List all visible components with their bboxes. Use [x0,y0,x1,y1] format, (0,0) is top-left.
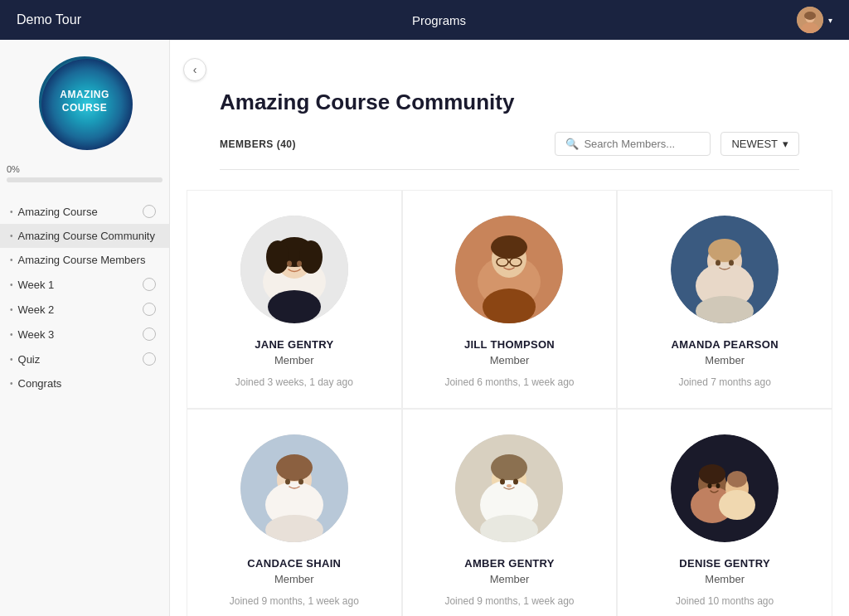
members-count: MEMBERS (40) [220,138,296,150]
search-icon: 🔍 [565,138,579,150]
sidebar-item-week2[interactable]: • Week 2 [0,297,169,322]
member-name: JILL THOMPSON [464,338,555,351]
sidebar-item-label: Quiz [18,353,41,366]
sort-chevron-icon: ▾ [783,138,788,150]
sidebar-item-label: Congrats [18,377,62,390]
nav-programs[interactable]: Programs [412,13,466,27]
user-avatar [797,7,823,33]
bullet-icon: • [10,330,13,339]
member-card[interactable]: DENISE GENTRY Member Joined 10 months ag… [617,409,832,616]
member-role: Member [705,354,745,366]
user-menu[interactable]: ▾ [797,7,832,33]
bullet-icon: • [10,379,13,388]
member-joined: Joined 10 months ago [676,595,774,607]
member-role: Member [490,354,530,366]
member-name: JANE GENTRY [255,338,333,351]
sort-dropdown[interactable]: NEWEST ▾ [720,132,799,156]
search-input[interactable] [584,138,700,150]
svg-point-46 [699,464,725,484]
svg-point-3 [804,12,816,20]
member-role: Member [705,573,745,585]
members-toolbar: MEMBERS (40) 🔍 NEWEST ▾ [220,132,799,170]
sidebar-item-congrats[interactable]: • Congrats [0,371,169,395]
user-menu-chevron: ▾ [828,16,832,25]
member-joined: Joined 6 months, 1 week ago [444,376,574,388]
sidebar-item-amazing-course[interactable]: • Amazing Course [0,199,169,224]
course-logo: AMAZINGCOURSE [39,56,130,148]
member-card[interactable]: JILL THOMPSON Member Joined 6 months, 1 … [402,190,618,409]
member-name: AMANDA PEARSON [671,338,778,351]
sidebar-item-week3[interactable]: • Week 3 [0,322,169,347]
bullet-icon: • [10,207,13,216]
svg-point-34 [285,479,290,485]
main-content: ‹ Amazing Course Community MEMBERS (40) … [170,40,849,616]
svg-point-50 [719,490,755,520]
sidebar-nav: • Amazing Course • Amazing Course Commun… [0,196,169,399]
progress-bar-section: 0% [0,164,169,196]
bullet-icon: • [10,305,13,314]
member-joined: Joined 7 months ago [678,376,770,388]
svg-point-24 [708,239,741,262]
svg-point-13 [268,290,321,323]
sidebar-item-members[interactable]: • Amazing Course Members [0,248,169,272]
member-avatar [455,434,563,542]
main-layout: AMAZINGCOURSE 0% • Amazing Course • Amaz… [0,40,849,616]
svg-point-9 [266,240,289,274]
svg-point-52 [716,483,720,488]
member-card[interactable]: AMANDA PEARSON Member Joined 7 months ag… [617,190,832,409]
member-avatar [671,216,779,323]
member-card[interactable]: AMBER GENTRY Member Joined 9 months, 1 w… [402,409,618,616]
completion-circle [143,327,156,341]
svg-point-49 [727,471,747,487]
sidebar-item-label: Week 1 [18,279,55,291]
member-role: Member [490,573,530,585]
top-nav: Demo Tour Programs ▾ [0,0,849,40]
sort-label: NEWEST [731,138,778,150]
svg-point-18 [483,289,536,323]
member-joined: Joined 9 months, 1 week ago [444,595,574,607]
sidebar-item-label: Week 3 [18,328,55,341]
completion-circle [143,352,156,366]
toolbar-right: 🔍 NEWEST ▾ [555,132,799,156]
svg-point-43 [507,484,512,487]
member-avatar [240,434,348,542]
completion-circle [143,278,156,291]
member-role: Member [274,573,314,585]
bullet-icon: • [10,355,13,364]
search-wrap[interactable]: 🔍 [555,132,711,156]
svg-point-17 [491,235,527,259]
course-logo-text: AMAZINGCOURSE [60,89,109,114]
svg-point-12 [297,261,302,267]
member-name: AMBER GENTRY [464,557,555,570]
member-avatar [240,216,348,323]
member-avatar [671,434,779,542]
svg-point-35 [298,479,303,485]
member-card[interactable]: CANDACE SHAIN Member Joined 9 months, 1 … [187,409,402,616]
sidebar-item-label: Amazing Course Community [18,230,155,242]
svg-point-28 [729,260,734,266]
member-name: CANDACE SHAIN [247,557,341,570]
member-joined: Joined 9 months, 1 week ago [230,595,359,607]
member-avatar [455,216,563,323]
completion-circle [143,205,156,218]
member-card[interactable]: JANE GENTRY Member Joined 3 weeks, 1 day… [187,190,402,409]
svg-point-10 [299,240,323,274]
svg-point-31 [276,454,313,481]
members-grid: JANE GENTRY Member Joined 3 weeks, 1 day… [170,190,849,616]
completion-circle [143,303,156,316]
sidebar-item-label: Amazing Course [18,206,98,218]
svg-point-38 [491,454,527,481]
progress-bar-bg [7,177,163,182]
back-button[interactable]: ‹ [183,58,206,81]
svg-point-11 [287,261,292,267]
sidebar: AMAZINGCOURSE 0% • Amazing Course • Amaz… [0,40,170,616]
sidebar-item-week1[interactable]: • Week 1 [0,272,169,297]
bullet-icon: • [10,255,13,264]
bullet-icon: • [10,280,13,289]
sidebar-item-community[interactable]: • Amazing Course Community [0,224,169,248]
sidebar-item-quiz[interactable]: • Quiz [0,347,169,371]
member-role: Member [274,354,314,366]
member-name: DENISE GENTRY [679,557,770,570]
community-header: Amazing Course Community MEMBERS (40) 🔍 … [170,40,849,190]
sidebar-item-label: Amazing Course Members [18,254,146,266]
